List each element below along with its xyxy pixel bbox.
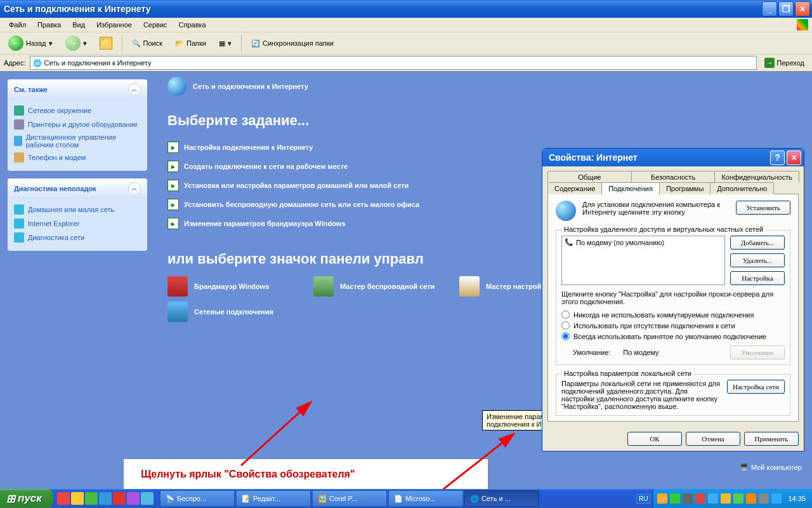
tab-security[interactable]: Безопасность (631, 171, 716, 182)
chevron-up-icon[interactable]: ︿ (128, 182, 141, 195)
troubleshoot-panel: Диагностика неполадок︿ Домашняя или мала… (8, 178, 147, 251)
tray-icon[interactable] (733, 493, 743, 504)
tab-advanced[interactable]: Дополнительно (710, 182, 774, 194)
phone-icon (14, 152, 24, 163)
setup-text: Для установки подключения компьютера к И… (582, 201, 730, 216)
ql-icon[interactable] (113, 492, 126, 505)
ql-icon[interactable] (85, 492, 98, 505)
window-title: Сеть и подключения к Интернету (4, 4, 762, 14)
minimize-button[interactable]: _ (762, 1, 777, 17)
quick-launch (53, 492, 157, 505)
menu-edit[interactable]: Правка (32, 20, 66, 30)
back-button[interactable]: ←Назад ▾ (4, 33, 57, 53)
menu-help[interactable]: Справка (174, 20, 211, 30)
settings-button[interactable]: Настройка (730, 271, 785, 285)
link-ts-network[interactable]: Домашняя или малая сеть (14, 203, 141, 217)
radio-dial-no-network[interactable]: Использовать при отсутствии подключения … (561, 320, 785, 331)
sync-button[interactable]: 🔄Синхронизация папки (247, 37, 338, 50)
ql-icon[interactable] (99, 492, 112, 505)
remove-button[interactable]: Удалить... (730, 253, 785, 267)
go-button[interactable]: →Переход (761, 57, 808, 69)
dialog-help-button[interactable]: ? (770, 150, 785, 165)
clock[interactable]: 14:35 (788, 495, 806, 502)
back-label: Назад (26, 39, 46, 47)
modem-icon: 📞 (565, 238, 573, 246)
ql-icon[interactable] (71, 492, 84, 505)
views-button[interactable]: ▦ ▾ (214, 37, 236, 50)
dialog-close-button[interactable]: × (787, 150, 801, 165)
menu-file[interactable]: Файл (4, 20, 31, 30)
search-button[interactable]: 🔍Поиск (128, 37, 167, 50)
app-icon: 🖼️ (318, 495, 327, 503)
link-ts-diag[interactable]: Диагностика сети (14, 231, 141, 244)
apply-button[interactable]: Применить (744, 432, 799, 446)
tray-icon[interactable] (771, 493, 782, 504)
link-phone-modem[interactable]: Телефон и модем (14, 150, 141, 164)
address-icon: 🌐 (33, 59, 42, 67)
start-button[interactable]: ⊞пуск (0, 489, 53, 508)
netwizard-icon (459, 276, 480, 297)
tab-connections[interactable]: Подключения (601, 182, 660, 194)
radio-always-dial[interactable]: Всегда использовать принятое по умолчани… (561, 331, 785, 342)
see-also-header[interactable]: См. также︿ (8, 79, 147, 100)
language-indicator[interactable]: RU (636, 494, 650, 504)
cancel-button[interactable]: Отмена (686, 432, 740, 446)
tab-content[interactable]: Содержание (547, 182, 602, 194)
address-input[interactable]: 🌐 Сеть и подключения к Интернету (30, 56, 757, 70)
setup-button[interactable]: Установить (736, 201, 790, 215)
link-printers[interactable]: Принтеры и другое оборудование (14, 117, 141, 131)
tray-icon[interactable] (721, 493, 731, 504)
task-button[interactable]: 🖼️Corel P... (312, 490, 387, 507)
dialog-titlebar[interactable]: Свойства: Интернет ? × (542, 149, 804, 166)
forward-button[interactable]: → ▾ (61, 33, 91, 53)
menu-tools[interactable]: Сервис (138, 20, 173, 30)
lan-settings-button[interactable]: Настройка сети (727, 380, 785, 394)
ql-icon[interactable] (57, 492, 70, 505)
tray-icon[interactable] (657, 493, 667, 504)
connection-item[interactable]: 📞По модему (по умолчанию) (563, 237, 723, 247)
tray-icon[interactable] (683, 493, 693, 504)
task-button[interactable]: 📄Microso... (388, 490, 463, 507)
tray-icon[interactable] (746, 493, 756, 504)
up-button[interactable]: 📁 (95, 34, 117, 52)
radio-never-dial[interactable]: Никогда не использовать коммутируемые по… (561, 309, 785, 320)
ql-icon[interactable] (141, 492, 154, 505)
maximize-button[interactable]: ❐ (778, 1, 794, 17)
menu-favorites[interactable]: Избранное (91, 20, 137, 30)
tray-icon[interactable] (759, 493, 769, 504)
connections-listbox[interactable]: 📞По модему (по умолчанию) (561, 236, 725, 285)
ql-icon[interactable] (127, 492, 140, 505)
tray-icon[interactable] (695, 493, 705, 504)
tab-programs[interactable]: Программы (659, 182, 710, 194)
explorer-titlebar[interactable]: Сеть и подключения к Интернету _ ❐ × (0, 0, 812, 18)
sync-icon: 🔄 (251, 39, 260, 48)
task-button[interactable]: 📝Редакт... (236, 490, 311, 507)
task-button[interactable]: 📡Беспро... (160, 490, 235, 507)
troubleshoot-title: Диагностика неполадок (14, 185, 96, 192)
folders-button[interactable]: 📂Папки (171, 37, 211, 50)
add-button[interactable]: Добавить... (730, 236, 785, 250)
troubleshoot-header[interactable]: Диагностика неполадок︿ (8, 178, 147, 199)
ok-button[interactable]: ОК (627, 432, 682, 446)
remote-icon (14, 136, 22, 146)
tab-general[interactable]: Общие (547, 171, 632, 182)
link-remote-desktop[interactable]: Дистанционное управление рабочим столом (14, 131, 141, 150)
tray-icon[interactable] (670, 493, 680, 504)
network-icon (14, 105, 24, 116)
tray-icon[interactable] (708, 493, 718, 504)
cp-wireless-wizard[interactable]: Мастер беспроводной сети (313, 276, 440, 297)
link-network-places[interactable]: Сетевое окружение (14, 104, 141, 117)
menu-view[interactable]: Вид (67, 20, 90, 30)
close-button[interactable]: × (795, 1, 810, 17)
see-also-title: См. также (14, 86, 48, 93)
link-ts-ie[interactable]: Internet Explorer (14, 217, 141, 231)
cp-firewall[interactable]: Брандмауэр Windows (167, 276, 294, 297)
chevron-up-icon[interactable]: ︿ (128, 83, 141, 96)
desktop-my-computer[interactable]: 🖥️Мой компьютер (740, 463, 802, 471)
sync-label: Синхронизация папки (263, 39, 334, 47)
task-button-active[interactable]: 🌐Сеть и ... (464, 490, 539, 507)
cp-network-connections[interactable]: Сетевые подключения (167, 302, 294, 322)
tab-privacy[interactable]: Конфиденциальность (714, 171, 799, 182)
go-label: Переход (776, 59, 804, 67)
default-label: Умолчание: (573, 349, 610, 356)
